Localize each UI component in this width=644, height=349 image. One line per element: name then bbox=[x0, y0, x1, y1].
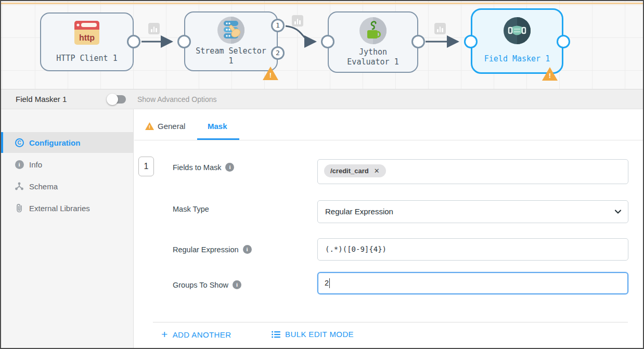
tab-label: Mask bbox=[208, 122, 227, 131]
mask-type-label: Mask Type bbox=[173, 205, 209, 213]
bulk-edit-mode-label: BULK EDIT MODE bbox=[285, 330, 354, 339]
fields-to-mask-input[interactable]: /credit_card ✕ bbox=[317, 159, 628, 184]
node-label: Stream Selector bbox=[196, 46, 266, 56]
app-window: http HTTP Client 1 bbox=[0, 0, 644, 349]
add-another-label: ADD ANOTHER bbox=[173, 330, 231, 339]
info-icon[interactable]: i bbox=[225, 163, 234, 172]
groups-to-show-input[interactable]: 2 bbox=[317, 272, 628, 294]
mask-config-index-badge: 1 bbox=[138, 157, 154, 176]
field-masker-icon bbox=[503, 16, 532, 47]
stage-header-bar: Field Masker 1 Show Advanced Options bbox=[1, 89, 643, 109]
info-icon[interactable]: i bbox=[243, 245, 252, 254]
output-port-field-masker[interactable] bbox=[557, 35, 570, 48]
sidebar-item-label: External Libraries bbox=[29, 204, 90, 213]
sidebar-item-label: Configuration bbox=[29, 138, 80, 147]
output-port-http-client[interactable] bbox=[127, 35, 140, 48]
output-port-jython-evaluator[interactable] bbox=[411, 35, 425, 48]
bulk-list-icon bbox=[272, 331, 280, 338]
sidebar-item-schema[interactable]: Schema bbox=[1, 176, 133, 197]
configuration-panel: General Mask 1 Fields to Mask i /credit_… bbox=[134, 109, 643, 348]
field-chip[interactable]: /credit_card ✕ bbox=[324, 164, 386, 177]
config-sidebar: C Configuration i Info Schema bbox=[1, 109, 134, 348]
bulk-edit-mode-button[interactable]: BULK EDIT MODE bbox=[272, 330, 354, 339]
input-port-stream-selector[interactable] bbox=[177, 35, 191, 48]
node-stream-selector[interactable]: Stream Selector 1 bbox=[184, 11, 278, 71]
schema-icon bbox=[14, 182, 24, 191]
add-another-button[interactable]: + ADD ANOTHER bbox=[161, 330, 231, 339]
plus-icon: + bbox=[161, 330, 168, 339]
regular-expression-label: Regular Expression i bbox=[173, 245, 252, 254]
tabs-divider bbox=[134, 140, 643, 140]
info-icon: i bbox=[14, 160, 24, 169]
paperclip-icon bbox=[14, 203, 24, 213]
input-port-field-masker[interactable] bbox=[464, 35, 478, 48]
warning-icon bbox=[145, 122, 154, 130]
node-label: Field Masker 1 bbox=[484, 54, 550, 63]
regular-expression-value: (.*)([0-9]{4}) bbox=[318, 239, 628, 260]
groups-to-show-value: 2 bbox=[325, 273, 329, 293]
show-advanced-options-toggle[interactable] bbox=[108, 95, 126, 104]
groups-to-show-label: Groups To Show i bbox=[173, 280, 241, 289]
field-chip-label: /credit_card bbox=[330, 167, 369, 175]
node-label: Evaluator 1 bbox=[347, 57, 398, 67]
node-jython-evaluator[interactable]: Jython Evaluator 1 bbox=[328, 11, 418, 73]
sidebar-item-external-libraries[interactable]: External Libraries bbox=[1, 198, 133, 218]
node-label: Jython bbox=[359, 47, 387, 57]
tab-label: General bbox=[158, 122, 185, 131]
node-http-client[interactable]: http HTTP Client 1 bbox=[40, 12, 134, 71]
stage-metrics-icon[interactable] bbox=[292, 15, 303, 27]
output-port-stream-selector-1[interactable]: 1 bbox=[271, 19, 285, 32]
mask-type-select[interactable]: Regular Expression bbox=[317, 200, 628, 223]
input-port-jython-evaluator[interactable] bbox=[321, 35, 334, 48]
configuration-icon: C bbox=[14, 138, 24, 147]
regular-expression-input[interactable]: (.*)([0-9]{4}) bbox=[317, 238, 628, 261]
stage-metrics-icon[interactable] bbox=[434, 23, 446, 34]
node-label: HTTP Client 1 bbox=[56, 54, 117, 63]
chip-remove-icon[interactable]: ✕ bbox=[374, 167, 380, 175]
sidebar-item-configuration[interactable]: C Configuration bbox=[1, 132, 133, 153]
sidebar-item-label: Schema bbox=[29, 182, 58, 191]
info-icon[interactable]: i bbox=[233, 280, 241, 289]
sidebar-item-label: Info bbox=[29, 160, 42, 169]
node-field-masker[interactable]: Field Masker 1 bbox=[471, 8, 563, 74]
output-port-stream-selector-2[interactable]: 2 bbox=[271, 46, 285, 60]
sidebar-item-info[interactable]: i Info bbox=[1, 154, 133, 175]
stream-selector-icon bbox=[217, 16, 245, 46]
http-client-icon: http bbox=[72, 18, 102, 50]
pipeline-canvas[interactable]: http HTTP Client 1 bbox=[1, 1, 643, 89]
jython-evaluator-icon bbox=[359, 17, 387, 47]
show-advanced-options-label: Show Advanced Options bbox=[137, 95, 217, 104]
mask-type-selected-value: Regular Expression bbox=[318, 201, 628, 223]
text-cursor bbox=[329, 278, 330, 288]
form-divider bbox=[153, 322, 628, 322]
svg-text:http: http bbox=[79, 33, 95, 42]
node-label: 1 bbox=[228, 56, 233, 66]
fields-to-mask-label: Fields to Mask i bbox=[173, 163, 234, 172]
stage-title: Field Masker 1 bbox=[16, 95, 99, 104]
edge-selector-to-jython[interactable] bbox=[286, 26, 315, 42]
stage-metrics-icon[interactable] bbox=[148, 23, 160, 34]
tab-general[interactable]: General bbox=[145, 122, 185, 131]
tab-mask[interactable]: Mask bbox=[208, 122, 227, 131]
chevron-down-icon bbox=[614, 208, 622, 215]
